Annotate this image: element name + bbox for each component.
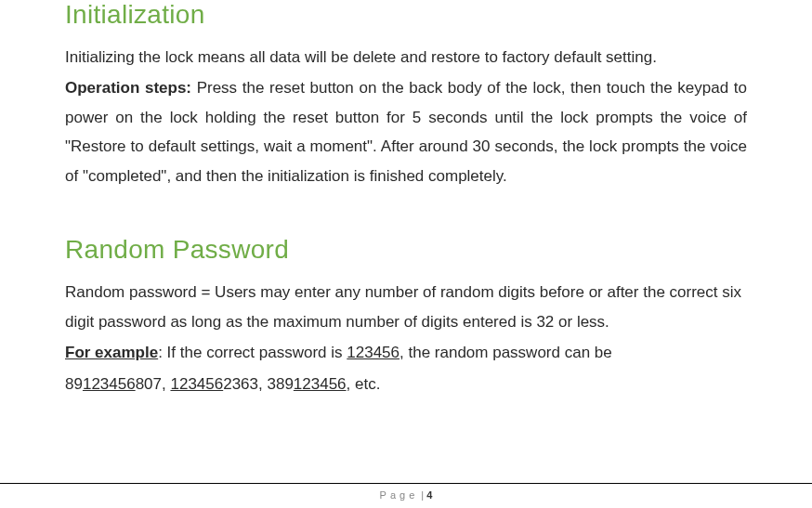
page-footer: Page | 4: [0, 483, 812, 501]
operation-steps-label: Operation steps:: [65, 79, 191, 97]
example-c-password: 123456: [294, 375, 347, 393]
random-password-example-line1: For example: If the correct password is …: [65, 338, 747, 367]
page-separator: |: [418, 489, 426, 501]
example-a-prefix: 89: [65, 375, 83, 393]
example-a-suffix: 807,: [136, 375, 171, 393]
document-content: Initialization Initializing the lock mea…: [65, 0, 747, 398]
initialization-operation-steps: Operation steps: Press the reset button …: [65, 73, 747, 190]
initialization-paragraph-1: Initializing the lock means all data wil…: [65, 43, 747, 72]
random-password-description: Random password = Users may enter any nu…: [65, 278, 747, 336]
example-c-suffix: , etc.: [347, 375, 381, 393]
example-text-1: : If the correct password is: [158, 344, 347, 361]
example-label: For example: [65, 344, 158, 361]
example-a-password: 123456: [83, 375, 136, 393]
example-b-password: 123456: [170, 375, 223, 393]
example-b-suffix: 2363, 389: [223, 375, 294, 393]
example-text-2: , the random password can be: [399, 344, 612, 361]
heading-initialization: Initialization: [65, 0, 747, 30]
page-label: Page: [380, 489, 419, 501]
example-password: 123456: [347, 344, 399, 361]
heading-random-password: Random Password: [65, 235, 747, 265]
random-password-example-line2: 89123456807, 1234562363, 389123456, etc.: [65, 370, 747, 398]
page-number: 4: [426, 489, 432, 501]
